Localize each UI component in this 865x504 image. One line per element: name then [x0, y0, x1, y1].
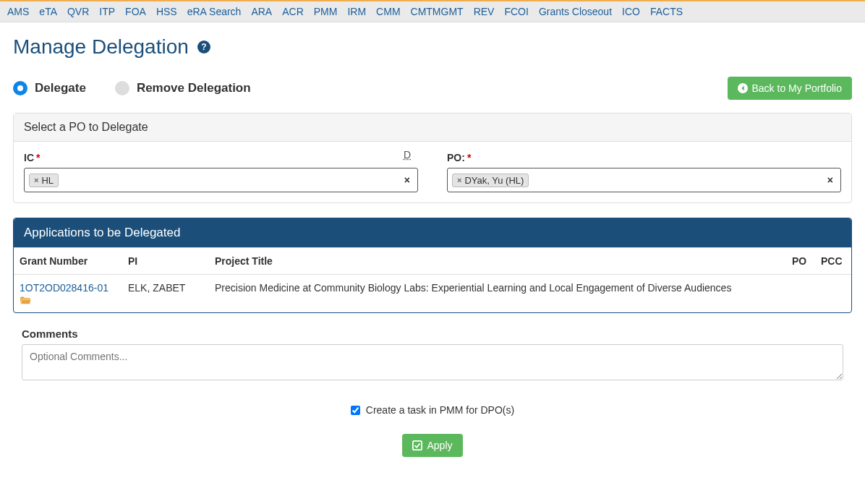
page-title: Manage Delegation ?	[13, 35, 852, 59]
nav-link-hss[interactable]: HSS	[156, 6, 177, 17]
tag-remove-icon[interactable]: ×	[457, 176, 461, 184]
col-po: PO	[786, 248, 815, 275]
help-icon[interactable]: ?	[197, 40, 210, 54]
title-cell: Precision Medicine at Community Biology …	[209, 275, 786, 313]
col-title: Project Title	[209, 248, 786, 275]
po-clear-icon[interactable]: ×	[827, 174, 833, 186]
ic-field-group: D IC* × HL ×	[24, 152, 418, 192]
nav-link-cmm[interactable]: CMM	[376, 6, 400, 17]
nav-link-pmm[interactable]: PMM	[314, 6, 338, 17]
nav-link-ams[interactable]: AMS	[7, 6, 29, 17]
applications-table: Grant Number PI Project Title PO PCC 1OT…	[14, 248, 851, 312]
ic-label: IC*	[24, 152, 418, 163]
nav-link-rev[interactable]: REV	[474, 6, 495, 17]
comments-textarea[interactable]	[22, 344, 843, 380]
apply-button-label: Apply	[427, 440, 452, 451]
select-po-panel: Select a PO to Delegate D IC* × HL ×	[13, 113, 852, 203]
applications-header: Applications to be Delegated	[14, 218, 851, 248]
po-label: PO:*	[447, 152, 841, 163]
comments-label: Comments	[22, 328, 852, 340]
nav-link-itp[interactable]: ITP	[99, 6, 115, 17]
table-row: 1OT2OD028416-01 ELK, ZABET Precision Med…	[14, 275, 851, 313]
nav-link-era-search[interactable]: eRA Search	[187, 6, 242, 17]
pi-cell: ELK, ZABET	[122, 275, 209, 313]
nav-link-facts[interactable]: FACTS	[650, 6, 683, 17]
po-input[interactable]: × DYak, Yu (HL) ×	[447, 168, 841, 192]
radio-dot-selected-icon	[13, 81, 27, 95]
back-to-portfolio-button[interactable]: Back to My Portfolio	[728, 77, 853, 100]
nav-link-qvr[interactable]: QVR	[67, 6, 89, 17]
nav-link-irm[interactable]: IRM	[347, 6, 366, 17]
nav-link-ico[interactable]: ICO	[622, 6, 640, 17]
grant-number-link[interactable]: 1OT2OD028416-01	[20, 282, 108, 294]
nav-link-foa[interactable]: FOA	[125, 6, 146, 17]
create-task-checkbox[interactable]	[351, 406, 360, 415]
mode-row: Delegate Remove Delegation Back to My Po…	[13, 77, 852, 100]
nav-link-ara[interactable]: ARA	[251, 6, 272, 17]
top-nav: AMSeTAQVRITPFOAHSSeRA SearchARAACRPMMIRM…	[0, 0, 865, 22]
page-title-text: Manage Delegation	[13, 35, 189, 59]
po-cell	[786, 275, 815, 313]
pcc-cell	[815, 275, 851, 313]
col-pcc: PCC	[815, 248, 851, 275]
ic-tag[interactable]: × HL	[29, 174, 59, 187]
po-tag[interactable]: × DYak, Yu (HL)	[452, 174, 529, 187]
applications-panel: Applications to be Delegated Grant Numbe…	[13, 218, 852, 313]
create-task-label: Create a task in PMM for DPO(s)	[366, 404, 514, 416]
ic-clear-icon[interactable]: ×	[404, 174, 410, 186]
nav-link-acr[interactable]: ACR	[282, 6, 304, 17]
col-grant: Grant Number	[14, 248, 122, 275]
apply-button[interactable]: Apply	[402, 434, 462, 457]
nav-link-fcoi[interactable]: FCOI	[504, 6, 528, 17]
po-tag-text: DYak, Yu (HL)	[464, 175, 524, 186]
nav-link-eta[interactable]: eTA	[39, 6, 57, 17]
ic-tag-text: HL	[41, 175, 54, 186]
create-task-checkbox-row[interactable]: Create a task in PMM for DPO(s)	[351, 404, 514, 416]
col-pi: PI	[122, 248, 209, 275]
radio-delegate[interactable]: Delegate	[13, 81, 86, 95]
back-button-label: Back to My Portfolio	[752, 82, 843, 94]
nav-link-grants-closeout[interactable]: Grants Closeout	[539, 6, 612, 17]
radio-delegate-label: Delegate	[35, 81, 86, 95]
check-icon	[412, 440, 422, 450]
nav-link-cmtmgmt[interactable]: CMTMGMT	[411, 6, 464, 17]
chevron-left-circle-icon	[738, 83, 748, 93]
radio-remove[interactable]: Remove Delegation	[115, 81, 251, 95]
select-po-header: Select a PO to Delegate	[14, 114, 851, 142]
radio-dot-icon	[115, 81, 129, 95]
po-field-group: PO:* × DYak, Yu (HL) ×	[447, 152, 841, 192]
svg-rect-0	[413, 441, 422, 450]
folder-open-icon[interactable]	[20, 294, 31, 305]
ic-input[interactable]: × HL ×	[24, 168, 418, 192]
required-asterisk: *	[36, 152, 40, 163]
radio-remove-label: Remove Delegation	[137, 81, 251, 95]
tag-remove-icon[interactable]: ×	[34, 176, 38, 184]
hint-d: D	[404, 149, 411, 161]
required-asterisk: *	[467, 152, 471, 163]
